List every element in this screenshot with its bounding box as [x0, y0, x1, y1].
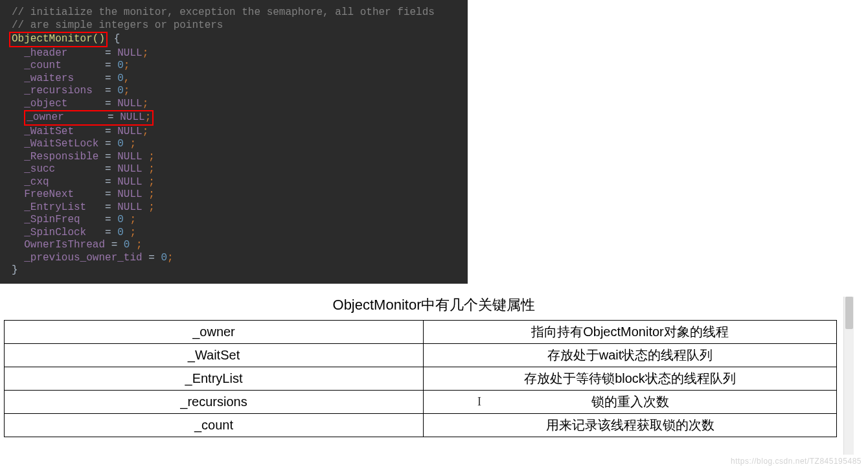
code-close-brace: } [12, 264, 456, 277]
code-line: FreeNext = NULL ; [12, 188, 456, 201]
code-line: _header = NULL; [12, 47, 456, 60]
code-line: OwnerIsThread = 0 ; [12, 239, 456, 252]
attr-name-cell: _EntryList [5, 367, 424, 390]
code-line: _count = 0; [12, 60, 456, 73]
code-line: _Responsible = NULL ; [12, 151, 456, 164]
attr-name-cell: _owner [5, 320, 424, 343]
table-row: _owner指向持有ObjectMonitor对象的线程 [5, 320, 837, 343]
scrollbar-thumb[interactable] [845, 297, 853, 329]
code-line: _SpinFreq = 0 ; [12, 214, 456, 227]
table-row: _EntryList存放处于等待锁block状态的线程队列 [5, 367, 837, 390]
attr-desc-cell: 存放处于等待锁block状态的线程队列 [424, 367, 837, 390]
text-cursor-icon: I [477, 395, 481, 409]
code-line: _SpinClock = 0 ; [12, 227, 456, 240]
code-line: _succ = NULL ; [12, 163, 456, 176]
code-line: _WaitSet = NULL; [12, 126, 456, 139]
code-line: _WaitSetLock = 0 ; [12, 138, 456, 151]
code-comment: // initialize the monitor, exception the… [12, 6, 456, 19]
code-line: _EntryList = NULL ; [12, 201, 456, 214]
code-line: _waiters = 0, [12, 73, 456, 85]
attr-desc-cell: I锁的重入次数 [424, 390, 837, 413]
code-comment: // are simple integers or pointers [12, 19, 456, 32]
attributes-table: _owner指向持有ObjectMonitor对象的线程_WaitSet存放处于… [4, 320, 837, 437]
watermark: https://blog.csdn.net/TZ845195485 [731, 457, 862, 466]
table-row: _WaitSet存放处于wait状态的线程队列 [5, 343, 837, 367]
code-line: _previous_owner_tid = 0; [12, 252, 456, 265]
code-func-decl: ObjectMonitor() { [12, 32, 456, 47]
attr-desc-cell: 存放处于wait状态的线程队列 [424, 343, 837, 367]
code-block: // initialize the monitor, exception the… [0, 0, 468, 284]
attr-desc-cell: 指向持有ObjectMonitor对象的线程 [424, 320, 837, 343]
code-line: _object = NULL; [12, 98, 456, 111]
attr-name-cell: _recursions [5, 390, 424, 413]
attr-name-cell: _count [5, 413, 424, 437]
attr-name-cell: _WaitSet [5, 343, 424, 367]
scrollbar[interactable] [843, 297, 854, 455]
attr-desc-cell: 用来记录该线程获取锁的次数 [424, 413, 837, 437]
doc-title: ObjectMonitor中有几个关键属性 [4, 295, 864, 315]
code-line: _owner = NULL; [12, 110, 456, 126]
code-line: _recursions = 0; [12, 85, 456, 98]
table-row: _recursionsI锁的重入次数 [5, 390, 837, 413]
code-line: _cxq = NULL ; [12, 176, 456, 189]
table-row: _count用来记录该线程获取锁的次数 [5, 413, 837, 437]
doc-section: ObjectMonitor中有几个关键属性 _owner指向持有ObjectMo… [0, 295, 868, 437]
